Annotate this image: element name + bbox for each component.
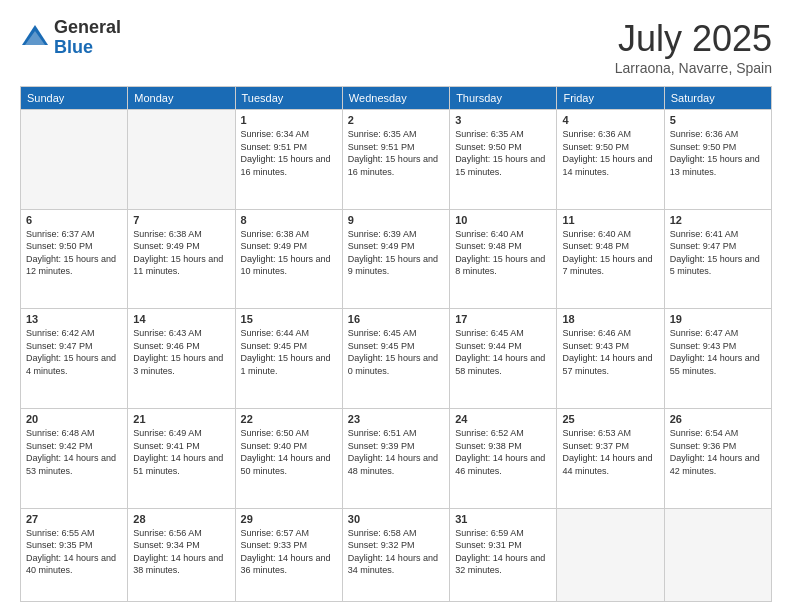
day-number: 23 [348,413,444,425]
month-title: July 2025 [615,18,772,60]
day-detail: Sunrise: 6:36 AMSunset: 9:50 PMDaylight:… [670,128,766,178]
calendar-cell: 18Sunrise: 6:46 AMSunset: 9:43 PMDayligh… [557,309,664,409]
day-number: 24 [455,413,551,425]
day-detail: Sunrise: 6:48 AMSunset: 9:42 PMDaylight:… [26,427,122,477]
calendar-table: SundayMondayTuesdayWednesdayThursdayFrid… [20,86,772,602]
calendar-cell: 16Sunrise: 6:45 AMSunset: 9:45 PMDayligh… [342,309,449,409]
calendar-cell: 17Sunrise: 6:45 AMSunset: 9:44 PMDayligh… [450,309,557,409]
logo-blue-text: Blue [54,38,121,58]
calendar-cell: 7Sunrise: 6:38 AMSunset: 9:49 PMDaylight… [128,209,235,309]
logo: General Blue [20,18,121,58]
day-detail: Sunrise: 6:45 AMSunset: 9:44 PMDaylight:… [455,327,551,377]
calendar-cell: 28Sunrise: 6:56 AMSunset: 9:34 PMDayligh… [128,508,235,601]
day-detail: Sunrise: 6:59 AMSunset: 9:31 PMDaylight:… [455,527,551,577]
logo-text: General Blue [54,18,121,58]
calendar-cell: 11Sunrise: 6:40 AMSunset: 9:48 PMDayligh… [557,209,664,309]
calendar-cell: 13Sunrise: 6:42 AMSunset: 9:47 PMDayligh… [21,309,128,409]
calendar-header-tuesday: Tuesday [235,87,342,110]
day-number: 26 [670,413,766,425]
calendar-cell: 12Sunrise: 6:41 AMSunset: 9:47 PMDayligh… [664,209,771,309]
day-number: 11 [562,214,658,226]
calendar-cell: 6Sunrise: 6:37 AMSunset: 9:50 PMDaylight… [21,209,128,309]
location: Larraona, Navarre, Spain [615,60,772,76]
day-detail: Sunrise: 6:36 AMSunset: 9:50 PMDaylight:… [562,128,658,178]
logo-general-text: General [54,18,121,38]
day-number: 28 [133,513,229,525]
calendar-cell [557,508,664,601]
calendar-week-row: 6Sunrise: 6:37 AMSunset: 9:50 PMDaylight… [21,209,772,309]
calendar-cell: 14Sunrise: 6:43 AMSunset: 9:46 PMDayligh… [128,309,235,409]
day-number: 7 [133,214,229,226]
calendar-cell: 20Sunrise: 6:48 AMSunset: 9:42 PMDayligh… [21,408,128,508]
calendar-cell: 19Sunrise: 6:47 AMSunset: 9:43 PMDayligh… [664,309,771,409]
logo-icon [20,23,50,53]
day-detail: Sunrise: 6:55 AMSunset: 9:35 PMDaylight:… [26,527,122,577]
day-number: 9 [348,214,444,226]
calendar-cell: 29Sunrise: 6:57 AMSunset: 9:33 PMDayligh… [235,508,342,601]
day-detail: Sunrise: 6:46 AMSunset: 9:43 PMDaylight:… [562,327,658,377]
day-detail: Sunrise: 6:40 AMSunset: 9:48 PMDaylight:… [455,228,551,278]
day-detail: Sunrise: 6:35 AMSunset: 9:50 PMDaylight:… [455,128,551,178]
calendar-cell [664,508,771,601]
calendar-cell: 31Sunrise: 6:59 AMSunset: 9:31 PMDayligh… [450,508,557,601]
day-number: 15 [241,313,337,325]
day-detail: Sunrise: 6:40 AMSunset: 9:48 PMDaylight:… [562,228,658,278]
calendar-cell: 21Sunrise: 6:49 AMSunset: 9:41 PMDayligh… [128,408,235,508]
calendar-header-row: SundayMondayTuesdayWednesdayThursdayFrid… [21,87,772,110]
day-number: 18 [562,313,658,325]
day-detail: Sunrise: 6:54 AMSunset: 9:36 PMDaylight:… [670,427,766,477]
day-number: 5 [670,114,766,126]
day-number: 3 [455,114,551,126]
calendar-cell: 2Sunrise: 6:35 AMSunset: 9:51 PMDaylight… [342,110,449,210]
day-number: 25 [562,413,658,425]
day-detail: Sunrise: 6:53 AMSunset: 9:37 PMDaylight:… [562,427,658,477]
calendar-cell: 27Sunrise: 6:55 AMSunset: 9:35 PMDayligh… [21,508,128,601]
calendar-header-wednesday: Wednesday [342,87,449,110]
day-detail: Sunrise: 6:51 AMSunset: 9:39 PMDaylight:… [348,427,444,477]
calendar-cell: 1Sunrise: 6:34 AMSunset: 9:51 PMDaylight… [235,110,342,210]
calendar-cell: 9Sunrise: 6:39 AMSunset: 9:49 PMDaylight… [342,209,449,309]
day-detail: Sunrise: 6:58 AMSunset: 9:32 PMDaylight:… [348,527,444,577]
calendar-cell: 15Sunrise: 6:44 AMSunset: 9:45 PMDayligh… [235,309,342,409]
calendar-week-row: 27Sunrise: 6:55 AMSunset: 9:35 PMDayligh… [21,508,772,601]
calendar-header-monday: Monday [128,87,235,110]
day-number: 21 [133,413,229,425]
calendar-week-row: 1Sunrise: 6:34 AMSunset: 9:51 PMDaylight… [21,110,772,210]
day-detail: Sunrise: 6:50 AMSunset: 9:40 PMDaylight:… [241,427,337,477]
day-number: 13 [26,313,122,325]
day-detail: Sunrise: 6:49 AMSunset: 9:41 PMDaylight:… [133,427,229,477]
day-detail: Sunrise: 6:38 AMSunset: 9:49 PMDaylight:… [133,228,229,278]
day-number: 2 [348,114,444,126]
calendar-cell: 26Sunrise: 6:54 AMSunset: 9:36 PMDayligh… [664,408,771,508]
day-number: 1 [241,114,337,126]
calendar-header-sunday: Sunday [21,87,128,110]
calendar-cell: 8Sunrise: 6:38 AMSunset: 9:49 PMDaylight… [235,209,342,309]
day-number: 19 [670,313,766,325]
calendar-header-friday: Friday [557,87,664,110]
calendar-cell [128,110,235,210]
header: General Blue July 2025 Larraona, Navarre… [20,18,772,76]
day-number: 4 [562,114,658,126]
calendar-cell: 4Sunrise: 6:36 AMSunset: 9:50 PMDaylight… [557,110,664,210]
calendar-header-saturday: Saturday [664,87,771,110]
day-detail: Sunrise: 6:45 AMSunset: 9:45 PMDaylight:… [348,327,444,377]
day-detail: Sunrise: 6:34 AMSunset: 9:51 PMDaylight:… [241,128,337,178]
day-detail: Sunrise: 6:43 AMSunset: 9:46 PMDaylight:… [133,327,229,377]
day-number: 8 [241,214,337,226]
calendar-week-row: 13Sunrise: 6:42 AMSunset: 9:47 PMDayligh… [21,309,772,409]
calendar-cell: 23Sunrise: 6:51 AMSunset: 9:39 PMDayligh… [342,408,449,508]
calendar-cell: 30Sunrise: 6:58 AMSunset: 9:32 PMDayligh… [342,508,449,601]
day-number: 14 [133,313,229,325]
calendar-cell: 5Sunrise: 6:36 AMSunset: 9:50 PMDaylight… [664,110,771,210]
day-number: 27 [26,513,122,525]
day-detail: Sunrise: 6:57 AMSunset: 9:33 PMDaylight:… [241,527,337,577]
day-number: 30 [348,513,444,525]
day-number: 20 [26,413,122,425]
day-detail: Sunrise: 6:44 AMSunset: 9:45 PMDaylight:… [241,327,337,377]
calendar-cell: 3Sunrise: 6:35 AMSunset: 9:50 PMDaylight… [450,110,557,210]
calendar-cell [21,110,128,210]
calendar-week-row: 20Sunrise: 6:48 AMSunset: 9:42 PMDayligh… [21,408,772,508]
day-number: 31 [455,513,551,525]
title-block: July 2025 Larraona, Navarre, Spain [615,18,772,76]
day-detail: Sunrise: 6:37 AMSunset: 9:50 PMDaylight:… [26,228,122,278]
